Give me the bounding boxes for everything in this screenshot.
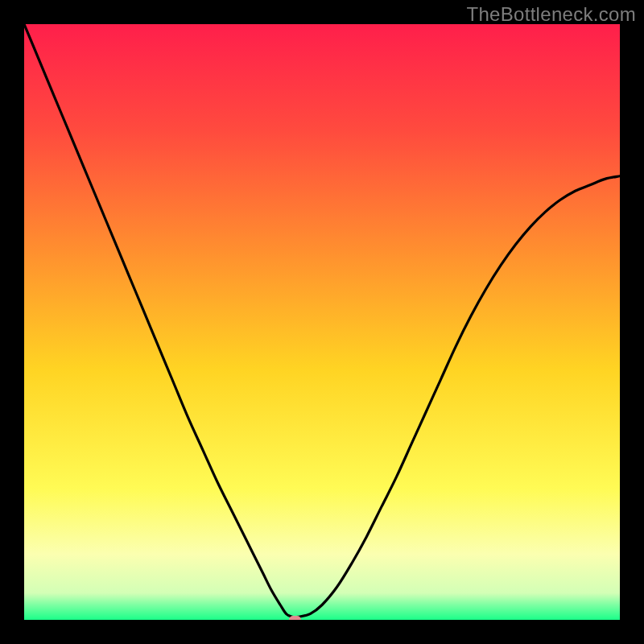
bottleneck-curve [24,24,620,620]
chart-frame: TheBottleneck.com [0,0,644,644]
watermark-text: TheBottleneck.com [466,3,636,26]
plot-area [24,24,620,620]
optimal-point-marker [289,616,301,620]
